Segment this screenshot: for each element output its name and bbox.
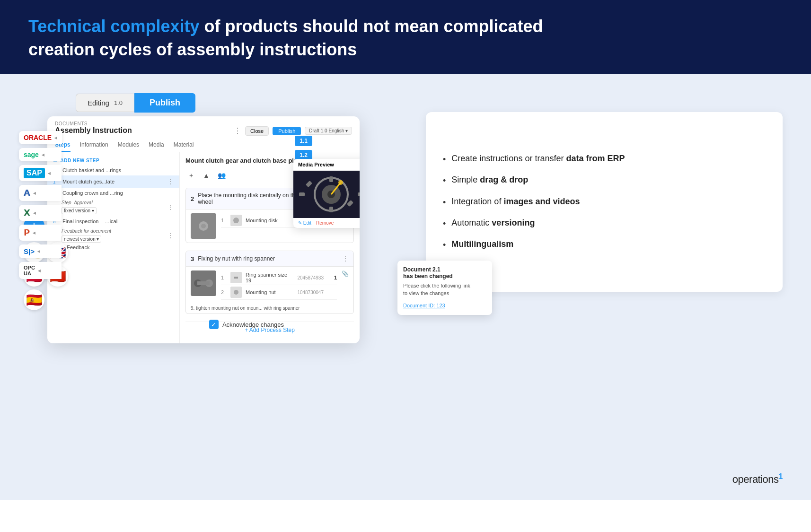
- toolbar-dots[interactable]: ⋮: [234, 126, 241, 135]
- sage-logo: sage: [24, 151, 39, 158]
- feature-multilingualism: • Multilingualism: [443, 238, 766, 251]
- svg-rect-18: [329, 207, 333, 212]
- add-icon-btn[interactable]: +: [185, 170, 197, 181]
- operations-logo: operations1: [732, 472, 783, 486]
- step-2[interactable]: 1 Mount clutch ges...late ⋮: [47, 175, 179, 188]
- title-highlight: Technical complexity: [28, 17, 199, 36]
- integration-sap: SAP ◂: [19, 165, 62, 181]
- ps-3-attach[interactable]: 📎: [342, 270, 349, 277]
- publish-bar: Editing 1.0 Publish: [76, 93, 195, 113]
- ps-3-menu[interactable]: ⋮: [342, 255, 349, 262]
- svg-rect-19: [299, 192, 305, 196]
- version-1-1: 1.1: [295, 136, 312, 146]
- feedback-menu[interactable]: ⋮: [167, 232, 174, 239]
- page-header: Technical complexity of products should …: [0, 0, 811, 74]
- sage-arrow: ◂: [42, 152, 44, 158]
- dropdown-arrow[interactable]: ▾: [345, 128, 348, 133]
- integration-word: 𝗔 ◂: [19, 185, 62, 201]
- editing-label: Editing: [88, 99, 109, 107]
- svg-rect-20: [358, 192, 360, 196]
- feature-list: • Create instructions or transfer data f…: [443, 153, 766, 251]
- media-preview-card: Media Preview ×: [293, 159, 360, 228]
- publish-button-large[interactable]: Publish: [134, 93, 195, 113]
- sap-logo: SAP: [24, 168, 45, 178]
- spanner-thumbnail: [191, 270, 216, 296]
- app-toolbar: ⋮ Close Publish Draft 1.0 English ▾: [234, 126, 352, 136]
- part-image-1: [230, 272, 242, 283]
- main-content: ORACLE ◂ sage ◂ SAP ◂ 𝗔 ◂ 𝗫 ◂ 𝗣 ◂: [0, 74, 811, 500]
- notification-card: Document 2.1has been changed Please clic…: [397, 261, 492, 315]
- page-title: Technical complexity of products should …: [28, 15, 783, 61]
- ppt-logo: 𝗣: [24, 227, 30, 238]
- ps-3-image: [191, 270, 216, 296]
- flag-spanish[interactable]: 🇪🇸: [24, 289, 44, 310]
- svg-rect-17: [329, 176, 333, 182]
- app-mockup-wrapper: ORACLE ◂ sage ◂ SAP ◂ 𝗔 ◂ 𝗫 ◂ 𝗣 ◂: [19, 93, 407, 343]
- part-row-1: 1 Ring spanner size 19 2045874933 1: [221, 270, 337, 285]
- approval-menu[interactable]: ⋮: [167, 203, 174, 211]
- logo-superscript: 1: [779, 472, 783, 480]
- add-step-button[interactable]: ☰ ADD NEW STEP: [47, 156, 179, 165]
- gear-thumbnail: [191, 213, 216, 239]
- excel-logo: 𝗫: [24, 208, 30, 218]
- ppt-arrow: ◂: [33, 230, 35, 236]
- integration-excel: 𝗫 ◂: [19, 205, 62, 221]
- tab-material[interactable]: Material: [174, 139, 194, 152]
- remove-button[interactable]: Remove: [316, 220, 334, 226]
- media-image: [293, 171, 360, 218]
- draft-badge: Draft 1.0 English ▾: [305, 127, 352, 135]
- notification-body: Please click the following linkto view t…: [403, 282, 486, 297]
- media-preview-header: Media Preview ×: [293, 159, 360, 171]
- ps-2-image: [191, 213, 216, 239]
- part-image: [230, 215, 242, 226]
- media-footer: ✎ Edit Remove: [293, 218, 360, 228]
- svg-point-23: [338, 180, 343, 185]
- excel-arrow: ◂: [33, 210, 36, 216]
- acknowledge-checkbox[interactable]: ✓: [209, 320, 219, 329]
- feature-erp: • Create instructions or transfer data f…: [443, 153, 766, 166]
- integrations-sidebar: ORACLE ◂ sage ◂ SAP ◂ 𝗔 ◂ 𝗫 ◂ 𝗣 ◂: [19, 131, 62, 279]
- tab-media[interactable]: Media: [149, 139, 164, 152]
- oracle-arrow: ◂: [54, 135, 57, 141]
- publish-small-button[interactable]: Publish: [273, 127, 301, 135]
- step-1[interactable]: 1 Clutch basket and ...rings: [47, 165, 179, 175]
- svg-point-4: [233, 218, 239, 223]
- sap-arrow: ◂: [48, 170, 51, 176]
- integration-opc: OPCUA ◂: [19, 262, 62, 279]
- word-arrow: ◂: [33, 190, 36, 196]
- app-header: DOCUMENTS Assembly Instruction ⋮ Close P…: [47, 116, 360, 152]
- opc-arrow: ◂: [38, 268, 41, 274]
- up-icon-btn[interactable]: ▲: [201, 170, 212, 181]
- editing-version: 1.0: [114, 99, 123, 106]
- gear-image-svg: [293, 171, 360, 218]
- part-image-2: [230, 287, 242, 298]
- integration-sage: sage ◂: [19, 148, 62, 161]
- feature-drag-drop: • Simple drag & drop: [443, 174, 766, 187]
- process-step-3-content: 1 Ring spanner size 19 2045874933 1: [186, 267, 353, 304]
- process-step-3-header: 3 Fixing by nut with ring spanner ⋮: [186, 251, 353, 267]
- integration-sh: S|> ◂: [19, 244, 62, 258]
- step-2-menu[interactable]: ⋮: [167, 178, 174, 185]
- media-preview-title: Media Preview: [298, 162, 334, 167]
- step-3[interactable]: 3 Coupling crown and ...ring: [47, 188, 179, 198]
- edit-button[interactable]: ✎ Edit: [298, 220, 311, 226]
- integration-ppt: 𝗣 ◂: [19, 225, 62, 241]
- sh-arrow: ◂: [37, 248, 40, 254]
- users-icon-btn[interactable]: 👥: [216, 170, 227, 181]
- tab-information[interactable]: Information: [80, 139, 108, 152]
- word-logo: 𝗔: [24, 188, 30, 198]
- oracle-logo: ORACLE: [24, 134, 52, 141]
- svg-rect-10: [234, 277, 238, 279]
- acknowledge-label: Acknowledge changes: [222, 321, 284, 328]
- sh-logo: S|>: [24, 247, 35, 255]
- notification-link[interactable]: Document ID: 123: [403, 303, 445, 308]
- svg-point-2: [201, 224, 206, 228]
- feature-versioning: • Automatic versioning: [443, 217, 766, 230]
- app-breadcrumb: DOCUMENTS: [55, 121, 132, 126]
- close-button[interactable]: Close: [245, 126, 269, 136]
- feature-images-videos: • Integration of images and videos: [443, 196, 766, 209]
- svg-rect-8: [197, 281, 210, 285]
- tab-modules[interactable]: Modules: [118, 139, 139, 152]
- acknowledge-section: ✓ Acknowledge changes: [209, 320, 284, 329]
- part-row-2: 2 Mounting nut 1048730047: [221, 285, 337, 300]
